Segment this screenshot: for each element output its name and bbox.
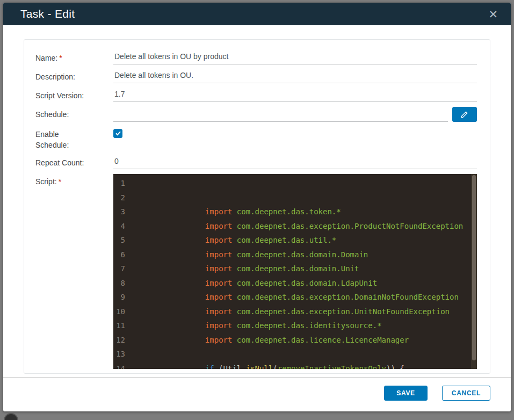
code-text: import com.deepnet.das.licence.LicenceMa… <box>133 333 409 347</box>
code-line: 11 import com.deepnet.das.identitysource… <box>113 318 477 333</box>
form-card: Name:* Description: Script Version: Sche… <box>24 39 490 374</box>
code-text: import com.deepnet.das.domain.Unit <box>133 262 359 276</box>
code-line: 6 import com.deepnet.das.domain.Domain <box>113 248 477 262</box>
close-icon[interactable]: ✕ <box>485 8 501 21</box>
line-number: 10 <box>113 305 133 319</box>
modal-footer: SAVE CANCEL <box>3 377 511 411</box>
modal-title: Task - Edit <box>20 8 75 20</box>
line-number: 12 <box>113 333 133 347</box>
line-number: 9 <box>113 290 133 305</box>
required-marker: * <box>59 54 62 62</box>
code-text: import com.deepnet.das.identitysource.* <box>133 318 382 333</box>
schedule-row: Schedule: <box>35 107 477 122</box>
code-text: import com.deepnet.das.exception.UnitNot… <box>133 305 450 319</box>
code-line: 13 <box>113 347 477 361</box>
code-text: if (Util.isNull(removeInactiveTokensOnly… <box>133 361 404 370</box>
repeat-count-row: Repeat Count: <box>35 155 477 169</box>
line-number: 3 <box>113 205 133 219</box>
code-text: import com.deepnet.das.util.* <box>133 233 336 248</box>
code-line: 4 import com.deepnet.das.exception.Produ… <box>113 219 477 234</box>
description-input[interactable] <box>113 69 477 83</box>
name-label: Name:* <box>35 50 113 64</box>
line-number: 6 <box>113 248 133 262</box>
script-version-input[interactable] <box>113 88 477 102</box>
check-icon <box>115 129 121 139</box>
repeat-count-input[interactable] <box>113 155 477 169</box>
line-number: 13 <box>113 347 133 361</box>
code-text: import com.deepnet.das.domain.LdapUnit <box>133 276 377 291</box>
repeat-count-label: Repeat Count: <box>35 155 113 169</box>
enable-schedule-label: Enable Schedule: <box>35 127 113 150</box>
editor-scrollbar-track[interactable] <box>471 174 477 369</box>
pencil-icon <box>460 110 469 119</box>
script-code-editor[interactable]: 123 import com.deepnet.das.token.*4 impo… <box>113 174 477 369</box>
save-button[interactable]: SAVE <box>384 386 428 401</box>
code-line: 9 import com.deepnet.das.exception.Domai… <box>113 290 477 305</box>
code-line: 3 import com.deepnet.das.token.* <box>113 205 477 219</box>
line-number: 1 <box>113 176 133 191</box>
code-line: 2 <box>113 191 477 205</box>
enable-schedule-row: Enable Schedule: <box>35 127 477 150</box>
name-row: Name:* <box>35 50 477 64</box>
schedule-input[interactable] <box>113 108 448 122</box>
code-line: 12 import com.deepnet.das.licence.Licenc… <box>113 333 477 347</box>
code-line: 1 <box>113 176 477 191</box>
line-number: 7 <box>113 262 133 276</box>
required-marker: * <box>59 177 61 186</box>
name-input[interactable] <box>113 50 477 64</box>
code-text: import com.deepnet.das.domain.Domain <box>133 248 368 262</box>
line-number: 11 <box>113 318 133 333</box>
script-version-label: Script Version: <box>35 88 113 102</box>
code-text: import com.deepnet.das.exception.Product… <box>133 219 463 234</box>
edit-schedule-button[interactable] <box>452 107 477 122</box>
modal-body: Name:* Description: Script Version: Sche… <box>3 25 511 377</box>
code-text: import com.deepnet.das.token.* <box>133 205 341 219</box>
line-number: 4 <box>113 219 133 234</box>
enable-schedule-checkbox[interactable] <box>113 129 122 138</box>
code-text: import com.deepnet.das.exception.DomainN… <box>133 290 459 305</box>
code-line: 5 import com.deepnet.das.util.* <box>113 233 477 248</box>
code-line: 14 if (Util.isNull(removeInactiveTokensO… <box>113 361 477 370</box>
script-label: Script:* <box>35 174 113 369</box>
description-label: Description: <box>35 69 113 83</box>
corner-widget[interactable] <box>4 413 18 420</box>
script-version-row: Script Version: <box>35 88 477 102</box>
task-edit-modal: Task - Edit ✕ Name:* Description: Script… <box>3 3 511 411</box>
cancel-button[interactable]: CANCEL <box>442 386 490 401</box>
code-line: 8 import com.deepnet.das.domain.LdapUnit <box>113 276 477 291</box>
code-line: 7 import com.deepnet.das.domain.Unit <box>113 262 477 276</box>
line-number: 8 <box>113 276 133 291</box>
modal-header: Task - Edit ✕ <box>3 3 511 25</box>
schedule-label: Schedule: <box>35 107 113 122</box>
editor-scrollbar-thumb[interactable] <box>472 175 476 360</box>
code-lines: 123 import com.deepnet.das.token.*4 impo… <box>113 176 477 369</box>
line-number: 2 <box>113 191 133 205</box>
line-number: 5 <box>113 233 133 248</box>
script-row: Script:* 123 import com.deepnet.das.toke… <box>35 174 477 369</box>
line-number: 14 <box>113 361 133 370</box>
description-row: Description: <box>35 69 477 83</box>
code-line: 10 import com.deepnet.das.exception.Unit… <box>113 305 477 319</box>
